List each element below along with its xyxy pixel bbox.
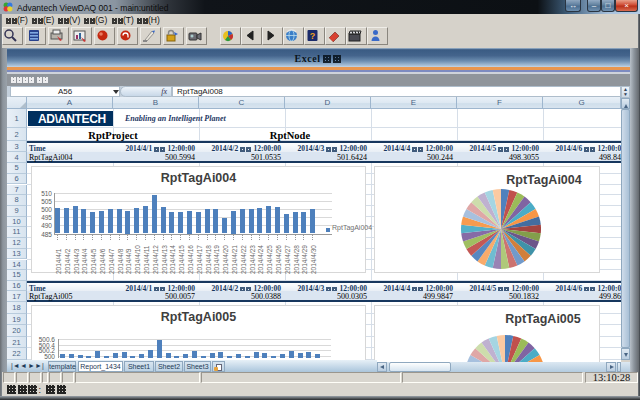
svg-text:?: ? bbox=[310, 31, 316, 41]
